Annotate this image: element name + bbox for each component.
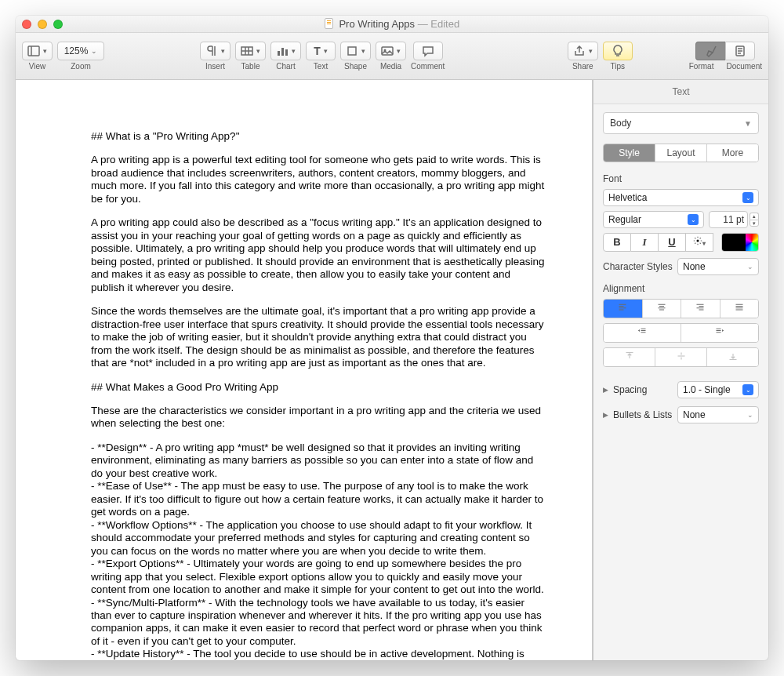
chart-icon — [276, 45, 289, 57]
list-item[interactable]: - **Design** - A pro writing app *must* … — [91, 442, 545, 480]
list-item[interactable]: - **Ease of Use** - The app must be easy… — [91, 480, 545, 518]
insert-button[interactable]: ▾ — [200, 42, 230, 60]
font-family-menu[interactable]: Helvetica ⌄ — [603, 189, 759, 206]
inspector-title: Text — [593, 80, 768, 104]
tab-more[interactable]: More — [706, 144, 758, 162]
disclosure-triangle-icon[interactable]: ▶ — [603, 411, 608, 419]
font-family-value: Helvetica — [608, 192, 647, 203]
color-swatch — [722, 234, 746, 251]
align-right-icon — [695, 303, 706, 312]
valign-bottom-button[interactable] — [706, 348, 758, 366]
view-button[interactable]: ▾ — [22, 42, 53, 60]
document-icon — [325, 18, 333, 29]
document-canvas[interactable]: ## What is a "Pro Writing App?" A pro wr… — [16, 80, 592, 660]
svg-rect-7 — [281, 48, 284, 56]
list-item[interactable]: - **Sync/Multi-Platform** - With the tec… — [91, 597, 545, 649]
shape-button[interactable]: ▾ — [340, 42, 371, 60]
bullets-value: None — [683, 409, 706, 420]
share-button[interactable]: ▾ — [568, 42, 598, 60]
pilcrow-icon — [205, 45, 218, 57]
heading[interactable]: ## What is a "Pro Writing App?" — [91, 130, 545, 143]
stepper-up[interactable]: ▴ — [750, 213, 759, 220]
paragraph[interactable]: These are the characteristics we conside… — [91, 405, 545, 431]
valign-middle-button[interactable] — [655, 348, 706, 366]
disclosure-triangle-icon[interactable]: ▶ — [603, 386, 608, 394]
tab-style[interactable]: Style — [604, 144, 655, 162]
view-label: View — [29, 62, 46, 71]
svg-rect-9 — [348, 47, 356, 55]
font-style-menu[interactable]: Regular ⌄ — [603, 211, 704, 228]
stepper-down[interactable]: ▾ — [750, 220, 759, 227]
spacing-menu[interactable]: 1.0 - Single ⌄ — [677, 381, 759, 398]
comment-button[interactable] — [413, 42, 443, 60]
list-item[interactable]: - **Update History** - The tool you deci… — [91, 648, 545, 660]
minimize-window-button[interactable] — [38, 20, 47, 29]
chart-label: Chart — [276, 62, 295, 71]
list-item[interactable]: - **Workflow Options** - The application… — [91, 519, 545, 558]
spacing-label[interactable]: Spacing — [613, 384, 673, 395]
zoom-window-button[interactable] — [53, 20, 63, 29]
table-button[interactable]: ▾ — [235, 42, 266, 60]
text-button[interactable]: T ▾ — [306, 42, 336, 60]
font-size-field[interactable]: 11 pt — [709, 211, 748, 228]
align-justify-button[interactable] — [720, 300, 759, 318]
document-title-text[interactable]: Pro Writing Apps — [339, 18, 415, 30]
paragraph-style-value: Body — [610, 118, 631, 129]
zoom-label: Zoom — [71, 62, 91, 71]
italic-button[interactable]: I — [631, 233, 659, 252]
font-advanced-menu[interactable]: ▾ — [686, 233, 713, 252]
color-wheel-icon[interactable] — [746, 234, 758, 251]
bullets-menu[interactable]: None ⌄ — [677, 406, 759, 423]
media-label: Media — [380, 62, 401, 71]
align-right-button[interactable] — [681, 300, 720, 318]
tips-button[interactable] — [603, 42, 633, 60]
svg-rect-0 — [28, 46, 39, 56]
close-window-button[interactable] — [22, 20, 31, 29]
outdent-icon — [637, 327, 648, 336]
text-label: Text — [314, 62, 328, 71]
paragraph[interactable]: A pro writing app could also be describe… — [91, 216, 545, 294]
text-color-well[interactable] — [721, 233, 759, 252]
comment-icon — [422, 45, 434, 57]
font-size-stepper[interactable]: ▴▾ — [750, 213, 759, 227]
format-pane-button[interactable] — [695, 42, 725, 60]
document-pane-button[interactable] — [725, 42, 755, 60]
list-item[interactable]: - **Export Options** - Ultimately your w… — [91, 558, 545, 596]
view-icon — [27, 45, 40, 57]
paragraph[interactable]: Since the words themselves are the ultim… — [91, 305, 545, 369]
bold-button[interactable]: B — [603, 233, 631, 252]
outdent-button[interactable] — [604, 324, 681, 342]
zoom-menu[interactable]: 125% ⌄ — [57, 42, 104, 60]
document-pane-icon — [734, 45, 746, 57]
horizontal-alignment — [603, 299, 759, 318]
align-center-button[interactable] — [642, 300, 681, 318]
share-label: Share — [572, 62, 593, 71]
tab-layout[interactable]: Layout — [655, 144, 706, 162]
gear-icon — [693, 236, 702, 245]
svg-point-16 — [697, 240, 699, 242]
chart-button[interactable]: ▾ — [270, 42, 301, 60]
valign-top-button[interactable] — [604, 348, 655, 366]
format-label: Format — [689, 62, 714, 71]
align-left-button[interactable] — [604, 300, 642, 318]
heading[interactable]: ## What Makes a Good Pro Writing App — [91, 381, 545, 394]
document-area[interactable]: ## What is a "Pro Writing App?" A pro wr… — [16, 80, 593, 660]
comment-label: Comment — [411, 62, 445, 71]
paragraph-style-menu[interactable]: Body ▼ — [603, 112, 759, 134]
shape-label: Shape — [344, 62, 367, 71]
dropdown-caret-icon: ⌄ — [742, 384, 753, 395]
text-icon: T — [314, 45, 321, 57]
character-styles-label: Character Styles — [603, 261, 673, 272]
svg-rect-6 — [278, 51, 280, 56]
indent-button[interactable] — [681, 324, 758, 342]
valign-bottom-icon — [728, 351, 738, 361]
app-window: Pro Writing Apps — Edited ▾ View 125% ⌄ … — [16, 16, 768, 660]
bullets-label[interactable]: Bullets & Lists — [613, 409, 673, 420]
font-section-label: Font — [603, 173, 759, 184]
media-button[interactable]: ▾ — [376, 42, 406, 60]
dropdown-caret-icon: ⌄ — [742, 192, 753, 203]
paragraph[interactable]: A pro writing app is a powerful text edi… — [91, 154, 545, 205]
window-title: Pro Writing Apps — Edited — [16, 18, 768, 30]
character-styles-menu[interactable]: None ⌄ — [677, 258, 759, 275]
underline-button[interactable]: U — [659, 233, 686, 252]
